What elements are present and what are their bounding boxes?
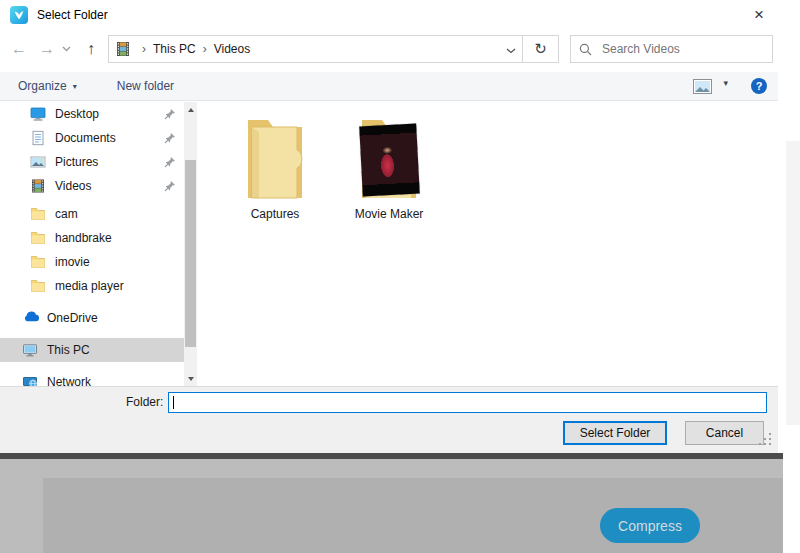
sidebar-item-label: media player bbox=[55, 279, 124, 293]
pictures-icon bbox=[30, 154, 47, 170]
back-icon[interactable]: ← bbox=[6, 34, 32, 64]
sidebar-item-network[interactable]: Network bbox=[0, 370, 184, 386]
breadcrumb-this-pc[interactable]: This PC bbox=[153, 42, 196, 56]
video-thumbnail bbox=[359, 124, 420, 197]
page-background-band bbox=[786, 141, 800, 425]
pin-icon bbox=[164, 108, 176, 120]
up-icon[interactable]: ↑ bbox=[78, 34, 104, 64]
new-folder-button[interactable]: New folder bbox=[117, 79, 174, 93]
sidebar-group-gap bbox=[0, 362, 184, 370]
scrollbar-thumb[interactable] bbox=[185, 160, 196, 347]
select-folder-dialog: Select Folder × ← → ↑ bbox=[0, 0, 778, 455]
sidebar-item-cam[interactable]: cam bbox=[0, 202, 184, 226]
sidebar-item-handbrake[interactable]: handbrake bbox=[0, 226, 184, 250]
address-dropdown-chevron-icon[interactable] bbox=[506, 40, 516, 58]
folder-icon bbox=[30, 230, 47, 246]
forward-icon[interactable]: → bbox=[34, 34, 60, 64]
window-title: Select Folder bbox=[37, 8, 108, 22]
folder-field-label: Folder: bbox=[126, 395, 163, 409]
view-mode-icon[interactable] bbox=[693, 79, 712, 97]
sidebar-item-label: This PC bbox=[47, 343, 90, 357]
breadcrumb-separator: › bbox=[203, 42, 207, 56]
sidebar-scrollbar[interactable] bbox=[184, 102, 197, 386]
breadcrumb-videos[interactable]: Videos bbox=[214, 42, 250, 56]
sidebar-group-gap bbox=[0, 298, 184, 306]
search-box[interactable] bbox=[570, 35, 773, 63]
view-dropdown-chevron-icon[interactable]: ▾ bbox=[723, 78, 728, 88]
sidebar-item-imovie[interactable]: imovie bbox=[0, 250, 184, 274]
sidebar-item-label: Network bbox=[47, 375, 91, 386]
documents-icon bbox=[30, 130, 47, 146]
folder-large-icon bbox=[244, 114, 306, 204]
dialog-footer: Folder: Select Folder Cancel bbox=[0, 386, 778, 453]
folder-icon bbox=[30, 254, 47, 270]
sidebar-item-label: imovie bbox=[55, 255, 90, 269]
recent-locations-chevron-icon[interactable] bbox=[58, 34, 74, 64]
sidebar-item-this-pc[interactable]: This PC bbox=[0, 338, 184, 362]
title-bar: Select Folder × bbox=[0, 0, 778, 30]
folder-name: Movie Maker bbox=[355, 207, 424, 221]
file-list-area[interactable]: Captures Movie Maker bbox=[197, 102, 778, 386]
sidebar-list: Desktop Documents Pictures Videos bbox=[0, 102, 184, 386]
sidebar-item-label: handbrake bbox=[55, 231, 112, 245]
sidebar-item-label: Documents bbox=[55, 131, 116, 145]
videos-film-icon bbox=[115, 41, 131, 57]
organize-button[interactable]: Organize ▾ bbox=[18, 79, 77, 93]
sidebar-item-label: Pictures bbox=[55, 155, 98, 169]
network-icon bbox=[22, 374, 39, 386]
address-bar[interactable]: › This PC › Videos bbox=[108, 35, 523, 63]
folder-icon bbox=[30, 278, 47, 294]
onedrive-cloud-icon bbox=[22, 310, 39, 326]
folder-tile-captures[interactable]: Captures bbox=[223, 114, 327, 221]
sidebar-item-desktop[interactable]: Desktop bbox=[0, 102, 184, 126]
scroll-up-icon[interactable] bbox=[184, 102, 197, 117]
chevron-down-icon: ▾ bbox=[73, 82, 77, 91]
scroll-down-icon[interactable] bbox=[184, 371, 197, 386]
sidebar-item-pictures[interactable]: Pictures bbox=[0, 150, 184, 174]
pin-icon bbox=[164, 156, 176, 168]
select-folder-button[interactable]: Select Folder bbox=[563, 421, 667, 445]
refresh-icon[interactable]: ↻ bbox=[522, 35, 559, 63]
app-icon bbox=[10, 6, 28, 24]
this-pc-icon bbox=[22, 342, 39, 358]
folder-large-icon bbox=[358, 114, 420, 204]
folder-name-input[interactable] bbox=[168, 392, 767, 413]
search-input[interactable] bbox=[600, 41, 764, 57]
cancel-button[interactable]: Cancel bbox=[685, 421, 764, 445]
sidebar-group-gap bbox=[0, 330, 184, 338]
folder-name: Captures bbox=[251, 207, 300, 221]
navigation-bar: ← → ↑ › This PC › bbox=[0, 34, 778, 64]
sidebar-item-documents[interactable]: Documents bbox=[0, 126, 184, 150]
sidebar-item-label: cam bbox=[55, 207, 78, 221]
resize-grip[interactable] bbox=[758, 432, 773, 451]
sidebar-item-videos[interactable]: Videos bbox=[0, 174, 184, 198]
folder-tile-movie-maker[interactable]: Movie Maker bbox=[337, 114, 441, 221]
breadcrumb-separator: › bbox=[142, 42, 146, 56]
help-icon[interactable]: ? bbox=[751, 78, 767, 94]
organize-label: Organize bbox=[18, 79, 67, 93]
sidebar-item-label: OneDrive bbox=[47, 311, 98, 325]
pin-icon bbox=[164, 180, 176, 192]
pin-icon bbox=[164, 132, 176, 144]
sidebar-item-onedrive[interactable]: OneDrive bbox=[0, 306, 184, 330]
command-toolbar: Organize ▾ New folder ▾ ? bbox=[0, 72, 778, 101]
search-icon bbox=[579, 43, 592, 56]
sidebar-item-label: Desktop bbox=[55, 107, 99, 121]
videos-icon bbox=[30, 178, 47, 194]
navigation-pane: Desktop Documents Pictures Videos bbox=[0, 102, 197, 386]
close-icon[interactable]: × bbox=[742, 0, 776, 30]
compress-button[interactable]: Compress bbox=[600, 508, 700, 543]
text-caret bbox=[173, 396, 174, 409]
sidebar-item-label: Videos bbox=[55, 179, 91, 193]
desktop-icon bbox=[30, 106, 47, 122]
folder-icon bbox=[30, 206, 47, 222]
sidebar-item-media-player[interactable]: media player bbox=[0, 274, 184, 298]
